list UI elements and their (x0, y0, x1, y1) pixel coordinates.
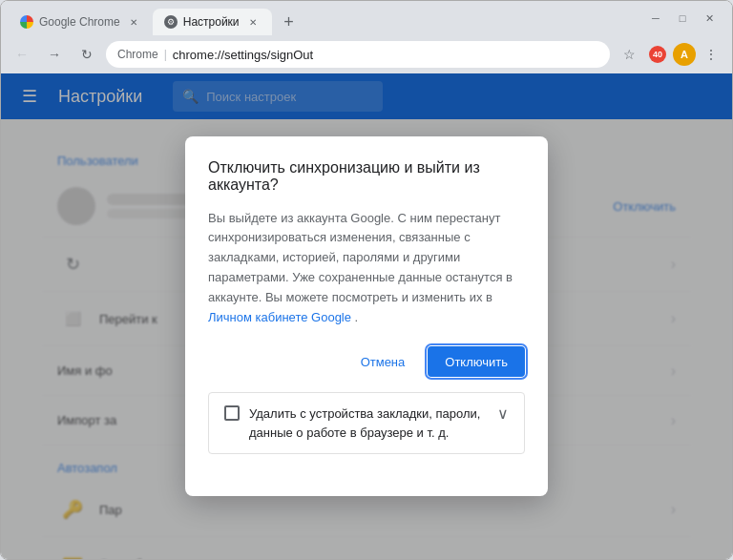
new-tab-button[interactable]: + (276, 9, 303, 35)
refresh-button[interactable]: ↻ (73, 41, 100, 68)
tab-google-chrome-close-button[interactable]: ✕ (126, 14, 141, 30)
minimize-button[interactable]: ─ (644, 7, 667, 30)
delete-data-checkbox[interactable] (224, 405, 240, 421)
tab-google-chrome-label: Google Chrome (39, 15, 120, 29)
notification-count: 40 (653, 50, 662, 59)
tab-settings-close-button[interactable]: ✕ (245, 14, 261, 30)
dialog-body-end: . (355, 310, 359, 324)
disconnect-dialog: Отключить синхронизацию и выйти из аккау… (185, 136, 548, 497)
addressbar: ← → ↻ Chrome | chrome://settings/signOut… (1, 35, 732, 73)
back-icon: ← (15, 47, 29, 62)
back-button[interactable]: ← (9, 41, 35, 68)
settings-favicon-icon: ⚙ (164, 15, 178, 29)
avatar-initial: A (681, 49, 688, 60)
dialog-body: Вы выйдете из аккаунта Google. С ним пер… (208, 209, 525, 328)
dialog-body-link[interactable]: Личном кабинете Google (208, 310, 351, 324)
cancel-button[interactable]: Отмена (346, 346, 421, 377)
delete-data-checkbox-row[interactable]: Удалить с устройства закладки, пароли, д… (208, 392, 525, 454)
browser-window: Google Chrome ✕ ⚙ Настройки ✕ + ─ □ ✕ (0, 0, 733, 560)
menu-icon: ⋮ (704, 47, 718, 62)
modal-overlay: Отключить синхронизацию и выйти из аккау… (1, 73, 732, 559)
star-icon: ☆ (623, 47, 636, 62)
titlebar: Google Chrome ✕ ⚙ Настройки ✕ + ─ □ ✕ (1, 1, 732, 35)
new-tab-icon: + (283, 12, 294, 32)
profile-avatar-button[interactable]: A (673, 43, 696, 66)
bookmark-button[interactable]: ☆ (616, 41, 642, 68)
chrome-content: ☰ Настройки 🔍 Пользователи О (1, 73, 732, 559)
delete-data-label: Удалить с устройства закладки, пароли, д… (249, 404, 488, 442)
url-separator: | (164, 48, 167, 61)
tab-settings-label: Настройки (183, 15, 240, 29)
dialog-body-text: Вы выйдете из аккаунта Google. С ним пер… (208, 211, 513, 304)
url-scheme-label: Chrome (117, 48, 158, 61)
tabs-area: Google Chrome ✕ ⚙ Настройки ✕ + (9, 1, 644, 35)
tab-google-chrome[interactable]: Google Chrome ✕ (9, 9, 153, 35)
dialog-actions: Отмена Отключить (208, 346, 525, 377)
close-button[interactable]: ✕ (698, 7, 721, 30)
chrome-favicon-icon (20, 15, 33, 29)
url-text: chrome://settings/signOut (173, 48, 598, 62)
forward-button[interactable]: → (41, 41, 68, 68)
forward-icon: → (48, 47, 61, 62)
menu-button[interactable]: ⋮ (698, 41, 724, 68)
refresh-icon: ↻ (81, 47, 93, 62)
dialog-title: Отключить синхронизацию и выйти из аккау… (208, 159, 525, 194)
toolbar-right: ☆ 40 A ⋮ (616, 41, 724, 68)
checkbox-expand-icon[interactable]: ∨ (497, 404, 509, 423)
url-bar[interactable]: Chrome | chrome://settings/signOut (106, 41, 610, 68)
notification-badge: 40 (649, 46, 666, 63)
notifications-button[interactable]: 40 (644, 41, 671, 68)
disconnect-button[interactable]: Отключить (428, 346, 525, 377)
window-controls: ─ □ ✕ (644, 7, 724, 30)
maximize-button[interactable]: □ (671, 7, 694, 30)
tab-settings[interactable]: ⚙ Настройки ✕ (153, 9, 272, 35)
